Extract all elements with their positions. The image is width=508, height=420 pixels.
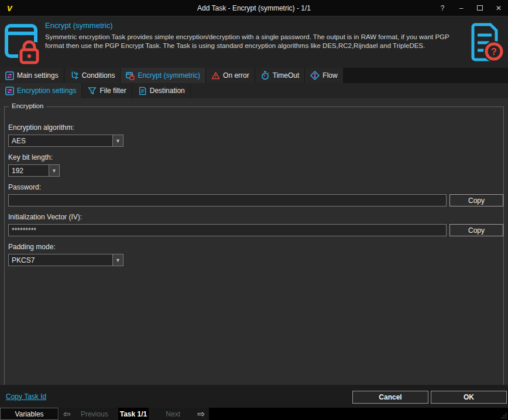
tab-main-settings[interactable]: Main settings (0, 68, 64, 83)
selected-value: PKCS7 (9, 256, 112, 264)
tab-label: TimeOut (273, 71, 300, 80)
password-input[interactable] (8, 194, 447, 206)
task-counter: Task 1/1 (118, 408, 149, 420)
chevron-down-icon: ▼ (49, 165, 59, 176)
tab-file-filter[interactable]: File filter (83, 83, 132, 98)
tab-timeout[interactable]: TimeOut (255, 68, 305, 83)
task-navigation-bar: Variables ⇦ Previous Task 1/1 Next ⇨ (0, 408, 508, 420)
task-type-title: Encrypt (symmetric) (45, 21, 455, 30)
tab-destination[interactable]: Destination (133, 83, 191, 98)
tab-encrypt-symmetric[interactable]: Encrypt (symmetric) (121, 68, 205, 83)
flow-diamond-icon (310, 71, 320, 80)
ok-button[interactable]: OK (431, 391, 507, 404)
chevron-down-icon: ▼ (112, 135, 123, 146)
next-label: Next (149, 410, 197, 418)
document-icon (138, 87, 147, 95)
tab-label: Destination (150, 87, 185, 95)
padding-mode-label: Padding mode: (8, 243, 503, 251)
encryption-algorithm-select[interactable]: AES ▼ (8, 135, 123, 147)
tab-label: Main settings (17, 71, 59, 80)
tab-on-error[interactable]: On error (206, 68, 255, 83)
maximize-button[interactable] (471, 0, 489, 16)
arrow-left-icon: ⇦ (63, 409, 71, 418)
tab-conditions[interactable]: Conditions (64, 68, 121, 83)
copy-password-button[interactable]: Copy (449, 194, 503, 206)
tab-label: Encrypt (symmetric) (138, 71, 200, 80)
variables-button[interactable]: Variables (0, 408, 59, 420)
previous-task-button[interactable]: ⇦ Previous (59, 408, 118, 420)
maximize-icon (477, 5, 483, 11)
window-lock-icon (126, 71, 135, 80)
tab-encryption-settings[interactable]: Encryption settings (0, 83, 82, 98)
sliders-icon (5, 87, 14, 95)
sliders-icon (5, 71, 14, 80)
help-button[interactable]: ? (433, 0, 452, 16)
padding-mode-select[interactable]: PKCS7 ▼ (8, 254, 123, 266)
task-description: Symmetric encryption Task provides simpl… (45, 33, 455, 50)
password-label: Password: (8, 183, 503, 191)
tab-label: Conditions (82, 71, 115, 80)
arrow-right-icon: ⇨ (197, 409, 205, 418)
task-header: Encrypt (symmetric) Symmetric encryption… (0, 16, 508, 68)
tab-label: On error (223, 71, 249, 80)
window-lock-icon (4, 21, 40, 64)
iv-input[interactable] (8, 224, 447, 236)
copy-iv-button[interactable]: Copy (449, 224, 503, 236)
svg-text:?: ? (491, 47, 497, 57)
tab-label: Flow (322, 71, 337, 80)
window-title: Add Task - Encrypt (symmetric) - 1/1 (0, 4, 508, 12)
close-button[interactable]: ✕ (489, 0, 508, 16)
title-bar: v Add Task - Encrypt (symmetric) - 1/1 ?… (0, 0, 508, 16)
previous-label: Previous (71, 410, 118, 418)
stopwatch-icon (260, 71, 270, 80)
next-task-button[interactable]: Next ⇨ (149, 408, 209, 420)
iv-label: Initialization Vector (IV): (8, 213, 503, 221)
resize-grip[interactable] (501, 413, 507, 419)
groupbox-title: Encryption (9, 102, 46, 109)
warning-icon (211, 71, 220, 80)
settings-panel: Encryption Encryption algorithm: AES ▼ K… (0, 98, 508, 385)
chevron-down-icon: ▼ (112, 254, 123, 266)
funnel-icon (88, 87, 97, 95)
copy-task-id-link[interactable]: Copy Task Id (6, 393, 46, 401)
key-bit-length-select[interactable]: 192 ▼ (8, 164, 60, 177)
selected-value: 192 (9, 167, 49, 175)
document-help-icon: ? (466, 21, 504, 64)
secondary-tab-strip: Encryption settings File filter Destinat… (0, 83, 508, 98)
encryption-groupbox: Encryption Encryption algorithm: AES ▼ K… (4, 106, 504, 387)
selected-value: AES (9, 137, 112, 145)
tab-flow[interactable]: Flow (305, 68, 342, 83)
dialog-footer: Copy Task Id Cancel OK (0, 385, 508, 408)
app-logo-icon: v (7, 4, 12, 13)
minimize-button[interactable]: – (452, 0, 471, 16)
key-bit-length-label: Key bit length: (8, 153, 503, 161)
encryption-algorithm-label: Encryption algorithm: (8, 123, 503, 132)
primary-tab-strip: Main settings Conditions Encrypt (symmet… (0, 68, 508, 83)
tab-label: Encryption settings (17, 87, 76, 95)
branch-icon (70, 71, 79, 80)
tab-label: File filter (99, 87, 126, 95)
cancel-button[interactable]: Cancel (352, 391, 428, 404)
